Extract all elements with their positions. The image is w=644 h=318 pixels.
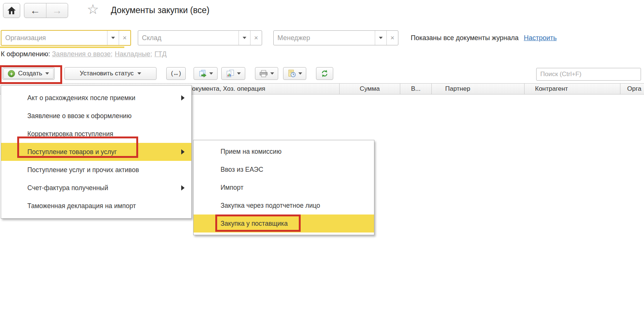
warehouse-filter[interactable]: Склад ×: [138, 30, 262, 45]
document-clock-icon: [288, 70, 296, 77]
chevron-down-icon: [45, 72, 49, 75]
column-header-sum[interactable]: Сумма: [340, 84, 400, 94]
menu-item-label: Закупка через подотчетное лицо: [221, 202, 320, 210]
submenu-item-accountable-person[interactable]: Закупка через подотчетное лицо: [194, 196, 374, 214]
chevron-down-icon: [379, 37, 383, 39]
focus-underline: [0, 46, 124, 48]
printer-icon: [259, 70, 268, 77]
menu-item-services-other-assets[interactable]: Поступление услуг и прочих активов: [1, 161, 191, 179]
create-menu: Акт о расхождениях после приемки Заявлен…: [1, 85, 192, 219]
set-status-button[interactable]: Установить статус: [64, 67, 157, 80]
print-button[interactable]: [255, 67, 278, 80]
menu-item-label: Таможенная декларация на импорт: [27, 202, 136, 210]
forward-button[interactable]: →: [46, 3, 68, 18]
submenu-item-purchase-from-supplier[interactable]: Закупка у поставщика: [194, 214, 374, 232]
edo-documents-button[interactable]: [283, 67, 306, 80]
menu-item-label: Заявление о ввозе к оформлению: [27, 112, 131, 120]
menu-item-label: Поступление услуг и прочих активов: [27, 166, 139, 174]
manager-placeholder[interactable]: Менеджер: [274, 31, 375, 45]
submenu-item-commission[interactable]: Прием на комиссию: [194, 142, 374, 160]
menu-item-discrepancy-act[interactable]: Акт о расхождениях после приемки: [1, 89, 191, 107]
chevron-down-icon: [111, 37, 115, 39]
app-window: ← → ☆ Документы закупки (все) Организаци…: [0, 0, 644, 318]
journal-status: Показаны все документы журнала Настроить: [411, 30, 557, 45]
search-input[interactable]: [537, 68, 641, 80]
menu-item-goods-services-receipt[interactable]: Поступление товаров и услуг: [1, 143, 191, 161]
column-header-partner[interactable]: Партнер: [432, 84, 525, 94]
column-header-organization[interactable]: Орга: [620, 84, 644, 94]
forward-icon: →: [52, 5, 62, 16]
back-icon: ←: [30, 5, 40, 16]
set-status-label: Установить статус: [80, 70, 134, 77]
menu-item-label: Поступление товаров и услуг: [27, 148, 117, 156]
journal-status-text: Показаны все документы журнала: [411, 34, 519, 42]
chevron-down-icon: [237, 72, 241, 75]
menu-item-customs-declaration[interactable]: Таможенная декларация на импорт: [1, 197, 191, 215]
favorite-star-icon[interactable]: ☆: [87, 2, 99, 17]
clear-icon: ×: [123, 34, 127, 41]
configure-link[interactable]: Настроить: [524, 34, 557, 42]
pending-link-waybills[interactable]: Накладные: [115, 50, 151, 58]
manager-filter[interactable]: Менеджер ×: [273, 30, 398, 45]
create-based-on-button[interactable]: [194, 67, 218, 80]
create-submenu: Прием на комиссию Ввоз из ЕАЭС Импорт За…: [193, 140, 374, 235]
menu-item-import-application[interactable]: Заявление о ввозе к оформлению: [1, 107, 191, 125]
page-title: Документы закупки (все): [111, 5, 209, 15]
home-button[interactable]: [3, 3, 20, 18]
manager-dropdown-button[interactable]: [375, 31, 386, 45]
pending-link-gtd[interactable]: ГТД: [155, 50, 167, 58]
organization-filter[interactable]: Организация ×: [1, 30, 131, 46]
menu-item-label: Счет-фактура полученный: [27, 184, 108, 192]
menu-item-label: Закупка у поставщика: [221, 220, 288, 228]
chevron-down-icon: [243, 37, 246, 39]
warehouse-clear-button[interactable]: ×: [250, 31, 262, 45]
manager-clear-button[interactable]: ×: [386, 31, 398, 45]
menu-item-label: Прием на комиссию: [221, 148, 282, 156]
history-nav-group: ← →: [24, 3, 68, 18]
menu-item-invoice-received[interactable]: Счет-фактура полученный: [1, 179, 191, 197]
set-period-button[interactable]: (↔): [166, 67, 186, 80]
submenu-item-eaeu-import[interactable]: Ввоз из ЕАЭС: [194, 160, 374, 178]
pending-row: К оформлению: Заявления о ввозе; Накладн…: [1, 49, 167, 59]
submenu-arrow-icon: [181, 185, 185, 190]
plus-icon: +: [8, 70, 15, 77]
pending-label: К оформлению:: [1, 50, 50, 58]
organization-clear-button[interactable]: ×: [119, 31, 130, 45]
column-header-contractor[interactable]: Контрагент: [525, 84, 620, 94]
period-interval-icon: (↔): [171, 70, 181, 77]
submenu-arrow-icon: [181, 95, 185, 100]
menu-item-label: Акт о расхождениях после приемки: [27, 94, 135, 102]
column-header-currency[interactable]: В...: [400, 84, 432, 94]
organization-placeholder[interactable]: Организация: [1, 31, 107, 45]
reports-button[interactable]: [221, 67, 245, 80]
chevron-down-icon: [137, 72, 141, 75]
clear-icon: ×: [391, 34, 395, 41]
submenu-arrow-icon: [181, 149, 185, 154]
submenu-item-import[interactable]: Импорт: [194, 178, 374, 196]
clear-icon: ×: [254, 34, 258, 41]
reports-icon: [226, 70, 234, 77]
pending-link-import-applications[interactable]: Заявления о ввозе: [52, 50, 111, 58]
search-box: [536, 68, 641, 81]
menu-item-label: Импорт: [221, 184, 243, 192]
separator: ;: [111, 50, 113, 58]
back-button[interactable]: ←: [24, 3, 46, 18]
chevron-down-icon: [270, 72, 274, 75]
create-button[interactable]: + Создать: [2, 67, 55, 80]
organization-dropdown-button[interactable]: [107, 31, 119, 45]
separator: ;: [151, 50, 152, 58]
warehouse-dropdown-button[interactable]: [239, 31, 250, 45]
refresh-icon: [321, 70, 328, 77]
menu-item-receipt-correction[interactable]: Корректировка поступления: [1, 125, 191, 143]
menu-item-label: Ввоз из ЕАЭС: [221, 166, 263, 174]
create-button-label: Создать: [18, 70, 42, 77]
chevron-down-icon: [209, 72, 213, 75]
refresh-button[interactable]: [316, 67, 333, 80]
chevron-down-icon: [298, 72, 302, 75]
menu-item-label: Корректировка поступления: [27, 130, 113, 138]
create-based-on-icon: [198, 70, 207, 77]
warehouse-placeholder[interactable]: Склад: [138, 31, 239, 45]
home-icon: [7, 7, 16, 14]
